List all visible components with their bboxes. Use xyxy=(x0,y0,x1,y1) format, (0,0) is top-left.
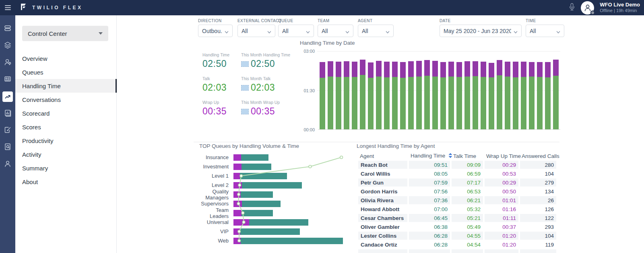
column-header-answered-calls[interactable]: Answered Calls xyxy=(520,152,556,160)
queue-bar xyxy=(233,164,343,170)
queue-row-web[interactable]: Web xyxy=(199,236,353,245)
sidebar-item-conversations[interactable]: Conversations xyxy=(15,93,116,106)
hamburger-menu-icon[interactable] xyxy=(0,5,15,10)
column-header-handling-time[interactable]: Handling Time xyxy=(409,152,450,160)
rail-id-card-icon[interactable] xyxy=(0,71,15,88)
rail-document-search-icon[interactable] xyxy=(0,139,15,156)
stacked-bar[interactable] xyxy=(392,62,398,129)
stacked-bar[interactable] xyxy=(521,62,526,129)
table-row[interactable]: Reach Bot09:5109:0900:29280 xyxy=(358,161,556,169)
filter-dropdown-team[interactable]: All xyxy=(318,25,353,37)
stacked-bar[interactable] xyxy=(384,62,390,129)
filter-label: DATE xyxy=(440,19,522,23)
table-row[interactable]: Candace Ortiz06:2804:5401:20119 xyxy=(358,241,556,249)
table-row[interactable]: Olivia Rivera07:3606:2101:0126 xyxy=(358,196,556,204)
stacked-bar[interactable] xyxy=(505,62,510,129)
queue-row-investment[interactable]: Investment xyxy=(199,162,353,171)
stacked-bar[interactable] xyxy=(416,61,422,129)
filter-dropdown-direction[interactable]: Outbou... xyxy=(198,25,233,37)
stacked-bar[interactable] xyxy=(489,63,494,129)
table-row[interactable]: Howard Abbott07:0005:3201:16126 xyxy=(358,205,556,213)
stacked-bar[interactable] xyxy=(545,62,551,129)
rail-agents-icon[interactable] xyxy=(0,54,15,71)
queue-row-vip[interactable]: VIP xyxy=(199,227,353,236)
sidebar-item-productivity[interactable]: Productivity xyxy=(15,134,116,147)
table-row[interactable]: Cesar Chambers06:4505:2101:11122 xyxy=(358,214,556,222)
wrap-up-segment xyxy=(432,61,438,77)
stacked-bar[interactable] xyxy=(440,62,446,129)
stacked-bar[interactable] xyxy=(481,62,486,129)
stacked-bar[interactable] xyxy=(360,60,365,129)
brand: TWILIO FLEX xyxy=(19,3,83,12)
stacked-bar[interactable] xyxy=(456,62,462,129)
stacked-bar[interactable] xyxy=(513,62,518,129)
sidebar-item-overview[interactable]: Overview xyxy=(15,52,116,65)
table-row[interactable]: Gordon Harris07:5606:5300:50134 xyxy=(358,187,556,195)
filter-dropdown-external-contact[interactable]: All xyxy=(237,25,275,37)
stacked-bar[interactable] xyxy=(553,60,559,129)
talk-segment xyxy=(513,77,518,129)
column-header-agent[interactable]: Agent xyxy=(358,152,407,160)
stacked-bar[interactable] xyxy=(344,61,349,129)
sort-icon[interactable] xyxy=(448,153,452,159)
queue-row-team-leaders[interactable]: Team Leaders xyxy=(199,208,353,218)
filter-dropdown-time[interactable]: All xyxy=(526,25,564,37)
stacked-bar[interactable] xyxy=(537,62,543,129)
table-row[interactable]: Petr Gun07:5907:1700:29279 xyxy=(358,178,556,187)
rail-report-book-icon[interactable] xyxy=(0,105,15,122)
stacked-bar[interactable] xyxy=(424,60,430,129)
control-center-dropdown[interactable]: Control Center xyxy=(22,26,108,41)
handling-time-chart-title: Handling Time by Date xyxy=(300,40,355,46)
sidebar-item-activity[interactable]: Activity xyxy=(15,147,116,161)
sidebar-item-handling-time[interactable]: Handling Time xyxy=(15,79,116,93)
column-header-talk-time[interactable]: Talk Time xyxy=(452,152,483,160)
table-row[interactable]: Oliver Gambler06:3805:4900:37293 xyxy=(358,223,556,231)
sidebar-item-queues[interactable]: Queues xyxy=(15,65,116,79)
rail-form-edit-icon[interactable] xyxy=(0,122,15,139)
rail-profile-icon[interactable] xyxy=(0,156,15,173)
queue-row-insurance[interactable]: Insurance xyxy=(199,153,353,162)
table-row[interactable]: Lester Collins06:2804:5501:20104 xyxy=(358,232,556,240)
cell-talk-time: 05:49 xyxy=(452,223,483,231)
stacked-bar[interactable] xyxy=(432,61,438,129)
cell-talk-time: 04:54 xyxy=(452,241,483,249)
rail-analytics-icon[interactable] xyxy=(0,88,15,105)
table-row[interactable]: Carol Willis08:0506:5900:53104 xyxy=(358,170,556,178)
cell-agent: Oliver Gambler xyxy=(358,223,407,231)
sidebar-item-summary[interactable]: Summary xyxy=(15,161,116,175)
wrap-up-segment xyxy=(336,62,341,77)
stat-row-talk: Talk02:03This Month Talk02:03 xyxy=(202,76,303,93)
talk-segment xyxy=(400,78,406,129)
queue-label: Universal xyxy=(199,219,233,225)
sidebar-item-scores[interactable]: Scores xyxy=(15,120,116,134)
talk-segment xyxy=(392,77,398,129)
microphone-icon[interactable] xyxy=(569,3,575,12)
stacked-bar[interactable] xyxy=(336,62,341,129)
stacked-bar[interactable] xyxy=(320,62,325,129)
avatar[interactable] xyxy=(581,1,594,15)
stacked-bar[interactable] xyxy=(408,61,414,129)
column-header-wrap-up-time[interactable]: Wrap Up Time xyxy=(485,152,518,160)
filter-dropdown-agent[interactable]: All xyxy=(358,25,394,37)
sidebar-item-scorecard[interactable]: Scorecard xyxy=(15,106,116,120)
stacked-bar[interactable] xyxy=(328,61,333,129)
filter-dropdown-queue[interactable]: All xyxy=(278,25,314,37)
rail-queues-icon[interactable] xyxy=(0,21,15,37)
sidebar-item-about[interactable]: About xyxy=(15,175,116,189)
stacked-bar[interactable] xyxy=(352,62,357,129)
cell-agent: Petr Gun xyxy=(358,178,407,187)
rail-layers-icon[interactable] xyxy=(0,37,15,54)
stacked-bar[interactable] xyxy=(473,61,478,129)
stacked-bar[interactable] xyxy=(400,62,406,129)
queue-row-universal[interactable]: Universal xyxy=(199,218,353,227)
queue-row-quality-managers[interactable]: Quality Managers xyxy=(199,190,353,199)
stacked-bar[interactable] xyxy=(376,61,382,129)
queue-row-level-1[interactable]: Level 1 xyxy=(199,171,353,180)
stacked-bar[interactable] xyxy=(529,62,535,129)
stacked-bar[interactable] xyxy=(497,60,502,129)
stacked-bar[interactable] xyxy=(368,62,374,129)
stacked-bar[interactable] xyxy=(448,62,454,129)
filter-dropdown-date[interactable]: May 25 2020 - Jun 23 2020 xyxy=(440,25,522,37)
filter-agent: AGENTAll xyxy=(358,19,394,37)
stacked-bar[interactable] xyxy=(464,61,470,129)
